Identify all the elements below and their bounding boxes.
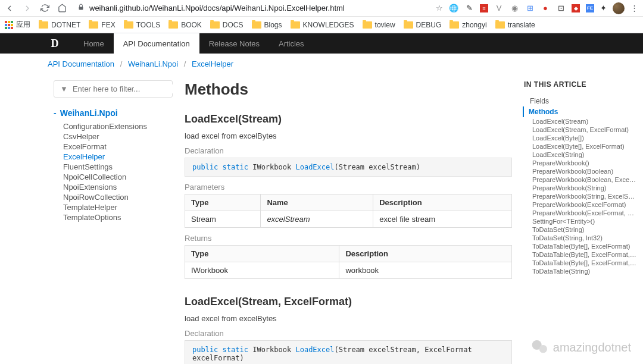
ext-doc-icon[interactable]: ≡ [480,4,488,12]
toc-subitem[interactable]: LoadExcel(String) [524,150,637,159]
sidebar-item-npoirowcollection[interactable]: NpoiRowCollection [54,192,173,202]
svg-rect-0 [79,7,83,10]
url-text: weihanli.github.io/WeihanLi.Npoi/docs/ap… [89,4,345,12]
toc-subitem[interactable]: LoadExcel(Stream, ExcelFormat) [524,125,637,134]
toc-subitem[interactable]: LoadExcel(Stream) [524,117,637,125]
bookmark-toview[interactable]: toview [363,21,395,29]
sidebar-item-npoicellcollection[interactable]: NpoiCellCollection [54,172,173,182]
ext-circle-icon[interactable]: ◉ [510,4,519,13]
toc-subitem[interactable]: PrepareWorkbook(Boolean) [524,167,637,175]
folder-icon [39,21,48,29]
bookmark-translate[interactable]: translate [495,21,535,29]
method-desc: load excel from excelBytes [185,314,512,323]
lock-icon [77,4,85,12]
apps-button[interactable]: 应用 [5,20,30,30]
toc-subitem[interactable]: PrepareWorkbook(ExcelFormat) [524,200,637,209]
table-row: StreamexcelStreamexcel file stream [185,211,512,228]
sidebar-item-csvhelper[interactable]: CsvHelper [54,131,173,142]
sidebar-item-fluentsettings[interactable]: FluentSettings [54,162,173,172]
ext-edit-icon[interactable]: ✎ [464,4,474,13]
folder-icon [168,21,178,29]
sidebar-item-templateoptions[interactable]: TemplateOptions [54,212,173,222]
sidebar-item-npoiextensions[interactable]: NpoiExtensions [54,182,173,192]
parameters-table: TypeNameDescription StreamexcelStreamexc… [185,194,512,228]
returns-table: TypeDescription IWorkbookworkbook [185,245,512,279]
toc-subitem[interactable]: ToDataSet(String) [524,225,637,234]
method-desc: load excel from excelBytes [185,131,512,140]
star-icon[interactable]: ☆ [436,4,443,12]
site-header: D Home API Documentation Release Notes A… [0,33,643,54]
filter-box[interactable]: ▼ [54,80,173,98]
ext-fe-icon[interactable]: FE [586,4,594,12]
ext-image-icon[interactable]: ⊡ [556,4,566,13]
back-icon[interactable] [5,4,14,13]
page-title: Methods [185,80,512,99]
apps-icon [5,21,13,29]
sidebar-item-excelformat[interactable]: ExcelFormat [54,142,173,152]
ext-shield-icon[interactable]: ◆ [572,4,580,12]
ext-v-icon[interactable]: V [494,4,504,13]
bookmarks-bar: 应用 DOTNET FEX TOOLS BOOK DOCS Blogs KNOW… [0,17,643,33]
toc-subitem[interactable]: LoadExcel(Byte[]) [524,134,637,142]
bookmark-tools[interactable]: TOOLS [124,21,160,29]
declaration-label: Declaration [185,329,512,338]
toc-subitem[interactable]: PrepareWorkbook(Boolean, ExcelSetting) [524,175,637,184]
returns-label: Returns [185,234,512,243]
sidebar-item-excelhelper[interactable]: ExcelHelper [54,152,173,162]
breadcrumb-sep: / [184,59,186,68]
nav-release-notes[interactable]: Release Notes [199,33,269,54]
apps-label: 应用 [16,20,30,30]
bookmark-book[interactable]: BOOK [168,21,202,29]
toc-subitem[interactable]: PrepareWorkbook() [524,159,637,167]
url-bar[interactable]: weihanli.github.io/WeihanLi.Npoi/docs/ap… [73,2,430,15]
bookmark-zhongyi[interactable]: zhongyi [450,21,486,29]
toc-fields[interactable]: Fields [524,96,637,106]
toc-title: IN THIS ARTICLE [524,80,637,89]
nav-api-docs[interactable]: API Documentation [114,33,199,54]
sidebar: ▼ - WeihanLi.Npoi ConfigurationExtension… [0,74,173,364]
extensions-icon[interactable]: ✦ [600,4,607,12]
breadcrumb-class[interactable]: ExcelHelper [192,59,233,68]
ext-translate-icon[interactable]: 🌐 [449,4,458,13]
toc: IN THIS ARTICLE Fields Methods LoadExcel… [524,74,643,364]
sidebar-item-configurationextensions[interactable]: ConfigurationExtensions [54,121,173,131]
toc-subitem[interactable]: ToDataSet(String, Int32) [524,234,637,242]
ext-grid-icon[interactable]: ⊞ [525,4,535,13]
home-icon[interactable] [58,4,67,12]
toc-subitem[interactable]: LoadExcel(Byte[], ExcelFormat) [524,142,637,150]
method-title: LoadExcel(Stream) [185,113,512,125]
toc-subitem[interactable]: PrepareWorkbook(String) [524,184,637,192]
method-title: LoadExcel(Stream, ExcelFormat) [185,296,512,308]
breadcrumb-api[interactable]: API Documentation [48,59,114,68]
breadcrumb-namespace[interactable]: WeihanLi.Npoi [128,59,178,68]
forward-icon[interactable] [23,4,32,13]
toc-subitem[interactable]: ToDataTable(Byte[], ExcelFormat) [524,242,637,250]
toc-subitem[interactable]: SettingFor<TEntity>() [524,217,637,225]
toc-methods[interactable]: Methods [523,106,637,117]
table-row: IWorkbookworkbook [185,262,512,279]
bookmark-fex[interactable]: FEX [89,21,115,29]
toc-subitem[interactable]: ToDataTable(Byte[], ExcelFormat, Int32, … [524,259,637,267]
avatar-icon[interactable] [613,2,625,14]
sidebar-item-templatehelper[interactable]: TemplateHelper [54,202,173,212]
filter-input[interactable] [73,84,173,93]
toc-subitem[interactable]: ToDataTable(Byte[], ExcelFormat, Int32) [524,250,637,259]
nav-home[interactable]: Home [74,33,114,54]
folder-icon [495,21,505,29]
bookmark-debug[interactable]: DEBUG [404,21,442,29]
toc-subitem[interactable]: ToDataTable(String) [524,267,637,275]
site-logo[interactable]: D [48,36,62,51]
toc-subitem[interactable]: PrepareWorkbook(ExcelFormat, ExcelSettin… [524,209,637,217]
bookmark-dotnet[interactable]: DOTNET [39,21,80,29]
sidebar-root[interactable]: - WeihanLi.Npoi [54,108,173,118]
nav-articles[interactable]: Articles [269,33,314,54]
ext-rec-icon[interactable]: ● [541,4,550,13]
parameters-label: Parameters [185,183,512,192]
reload-icon[interactable] [40,4,49,12]
folder-icon [252,21,261,29]
bookmark-blogs[interactable]: Blogs [252,21,282,29]
bookmark-knowledges[interactable]: KNOWLEDGES [291,21,354,29]
menu-icon[interactable]: ⋮ [630,4,638,12]
toc-subitem[interactable]: PrepareWorkbook(String, ExcelSetting) [524,192,637,200]
bookmark-docs[interactable]: DOCS [210,21,244,29]
